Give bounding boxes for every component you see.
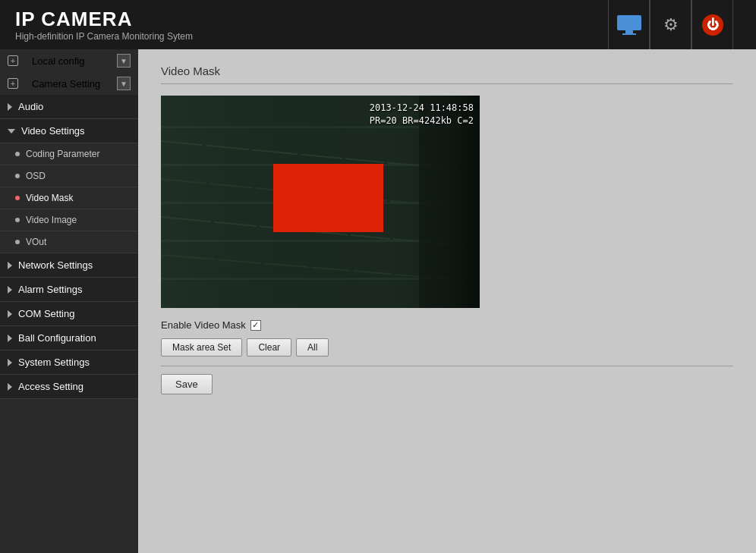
clear-button[interactable]: Clear bbox=[247, 338, 291, 357]
header: IP CAMERA High-definition IP Camera Moni… bbox=[0, 0, 756, 49]
monitor-button[interactable] bbox=[608, 0, 650, 49]
monitor-icon bbox=[617, 15, 641, 35]
sidebar-item-camera-setting[interactable]: + Camera Setting ▼ bbox=[0, 72, 138, 95]
arrow-down-icon bbox=[8, 129, 15, 134]
divider bbox=[161, 366, 733, 366]
video-feed: 2013-12-24 11:48:58 PR=20 BR=4242kb C=2 bbox=[161, 96, 480, 308]
dot-icon-4 bbox=[15, 218, 20, 222]
dot-icon-2 bbox=[15, 174, 20, 178]
save-button[interactable]: Save bbox=[161, 374, 213, 394]
arrow-right-icon bbox=[8, 103, 12, 111]
sidebar-item-local-config[interactable]: + Local config ▼ bbox=[0, 49, 138, 72]
sidebar-item-alarm-settings[interactable]: Alarm Settings bbox=[0, 278, 138, 302]
sidebar-item-com-setting[interactable]: COM Setting bbox=[0, 302, 138, 326]
sidebar-item-video-mask[interactable]: Video Mask bbox=[0, 187, 138, 209]
timestamp-line1: 2013-12-24 11:48:58 bbox=[370, 102, 474, 115]
ball-configuration-label: Ball Configuration bbox=[18, 332, 96, 344]
sidebar-item-network-settings[interactable]: Network Settings bbox=[0, 253, 138, 278]
plus-icon-2: + bbox=[8, 78, 18, 89]
audio-label: Audio bbox=[18, 101, 43, 112]
system-settings-label: System Settings bbox=[18, 357, 90, 368]
vout-label: VOut bbox=[26, 237, 46, 247]
arrow-right-icon-5 bbox=[8, 335, 12, 342]
header-icons: ⚙ ⏻ bbox=[608, 0, 733, 49]
plus-icon: + bbox=[8, 55, 18, 66]
power-icon: ⏻ bbox=[702, 14, 723, 36]
svg-rect-2 bbox=[622, 33, 636, 35]
enable-video-mask-row: Enable Video Mask ✓ bbox=[161, 319, 733, 331]
mask-area-set-button[interactable]: Mask area Set bbox=[161, 338, 242, 357]
power-button[interactable]: ⏻ bbox=[691, 0, 733, 49]
sidebar-item-ball-configuration[interactable]: Ball Configuration bbox=[0, 326, 138, 350]
video-timestamp: 2013-12-24 11:48:58 PR=20 BR=4242kb C=2 bbox=[370, 102, 474, 127]
video-image-label: Video Image bbox=[26, 215, 77, 225]
app-title: IP CAMERA bbox=[15, 8, 193, 31]
timestamp-line2: PR=20 BR=4242kb C=2 bbox=[370, 115, 474, 127]
sidebar-item-system-settings[interactable]: System Settings bbox=[0, 350, 138, 375]
camera-setting-label: Camera Setting bbox=[32, 78, 100, 90]
enable-video-mask-checkbox[interactable]: ✓ bbox=[250, 320, 261, 331]
dropdown-icon: ▼ bbox=[117, 54, 131, 68]
all-button[interactable]: All bbox=[296, 338, 329, 357]
arrow-right-icon-7 bbox=[8, 383, 12, 391]
com-setting-label: COM Setting bbox=[18, 308, 74, 319]
access-setting-label: Access Setting bbox=[18, 381, 83, 392]
main-content: Video Mask bbox=[138, 49, 756, 553]
controls-row: Mask area Set Clear All bbox=[161, 338, 733, 357]
sidebar-item-video-settings[interactable]: Video Settings bbox=[0, 119, 138, 143]
arrow-right-icon-4 bbox=[8, 310, 12, 318]
sidebar-item-video-image[interactable]: Video Image bbox=[0, 209, 138, 231]
enable-label: Enable Video Mask bbox=[161, 319, 246, 331]
dropdown-icon-2: ▼ bbox=[117, 77, 131, 90]
arrow-right-icon-6 bbox=[8, 359, 12, 366]
sidebar-item-vout[interactable]: VOut bbox=[0, 231, 138, 253]
video-mask-label: Video Mask bbox=[26, 193, 73, 203]
coding-parameter-label: Coding Parameter bbox=[26, 149, 99, 159]
sidebar-item-access-setting[interactable]: Access Setting bbox=[0, 375, 138, 399]
network-settings-label: Network Settings bbox=[18, 259, 93, 271]
sidebar-item-osd[interactable]: OSD bbox=[0, 165, 138, 187]
sidebar-item-coding-parameter[interactable]: Coding Parameter bbox=[0, 143, 138, 165]
mask-rectangle bbox=[273, 164, 383, 232]
svg-rect-0 bbox=[617, 15, 641, 30]
settings-button[interactable]: ⚙ bbox=[650, 0, 691, 49]
arrow-right-icon-2 bbox=[8, 262, 12, 269]
save-row: Save bbox=[161, 374, 733, 394]
section-title: Video Mask bbox=[161, 64, 733, 84]
alarm-settings-label: Alarm Settings bbox=[18, 284, 83, 295]
layout: + Local config ▼ + Camera Setting ▼ Audi… bbox=[0, 49, 756, 553]
video-settings-label: Video Settings bbox=[21, 125, 85, 137]
app-subtitle: High-definition IP Camera Monitoring Syt… bbox=[15, 31, 193, 42]
wrench-icon: ⚙ bbox=[663, 15, 679, 35]
sidebar: + Local config ▼ + Camera Setting ▼ Audi… bbox=[0, 49, 138, 553]
sidebar-item-audio[interactable]: Audio bbox=[0, 95, 138, 119]
svg-rect-1 bbox=[625, 30, 633, 33]
arrow-right-icon-3 bbox=[8, 286, 12, 294]
osd-label: OSD bbox=[26, 171, 46, 181]
dot-icon-3 bbox=[15, 196, 20, 200]
local-config-label: Local config bbox=[32, 55, 84, 67]
dot-icon-5 bbox=[15, 240, 20, 244]
header-title: IP CAMERA High-definition IP Camera Moni… bbox=[15, 8, 193, 42]
dot-icon bbox=[15, 152, 20, 156]
